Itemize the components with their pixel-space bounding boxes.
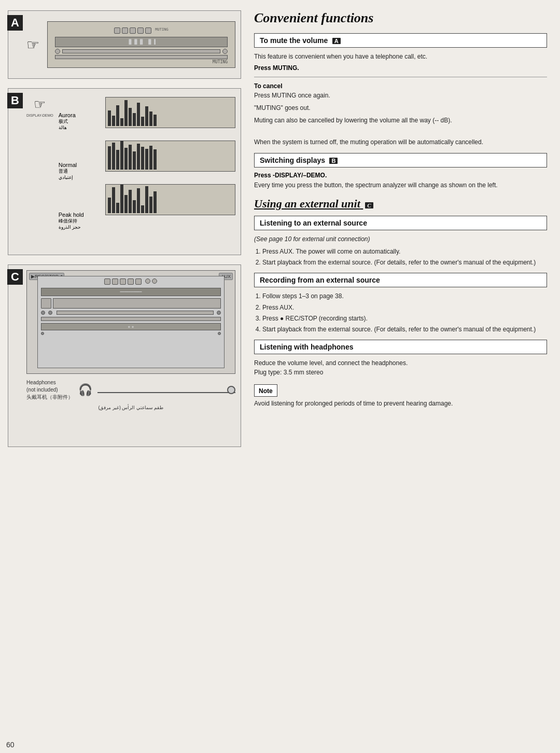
peak-hold-label: Peak hold 峰值保持 حجز الذروة bbox=[59, 211, 100, 231]
headphones-title: Listening with headphones bbox=[260, 343, 353, 351]
external-step-1: Press AUX. The power will come on automa… bbox=[262, 247, 547, 257]
headphones-arabic-label: طقم سماعتي الرأس (غير مرفق) bbox=[26, 404, 235, 411]
switching-body: Every time you press the button, the spe… bbox=[254, 180, 547, 190]
external-source-title: Listening to an external source bbox=[260, 219, 367, 227]
spectrum-peak-hold bbox=[105, 184, 235, 215]
using-external-title: Using an external unit C bbox=[254, 197, 547, 211]
right-panel: Convenient functions To mute the volume … bbox=[249, 0, 560, 753]
section-b: B ☞ DISPLAY-DEMO Aurora 极式 هالة Normal 普… bbox=[8, 88, 241, 255]
aurora-label: Aurora 极式 هالة bbox=[59, 111, 100, 131]
headphones-text: Headphones(not included)头戴耳机（非附件） bbox=[26, 379, 73, 401]
recording-step-3: Press ● REC/STOP (recording starts). bbox=[262, 314, 547, 324]
muting-label-display: MUTING bbox=[155, 27, 168, 34]
cancel-step-1: Press MUTING once again. bbox=[254, 91, 547, 100]
mute-section-box: To mute the volume A bbox=[254, 33, 547, 48]
spectrum-normal bbox=[105, 141, 235, 172]
section-b-label: B bbox=[7, 93, 23, 108]
section-a-label: A bbox=[7, 15, 23, 31]
display-panel-a: MUTING ▐▌▐▌▐▌ ▐▌▐ MUTING bbox=[47, 21, 235, 68]
using-badge: C bbox=[365, 202, 373, 208]
switching-title: Switching displays bbox=[260, 156, 325, 164]
headphones-body: Reduce the volume level, and connect the… bbox=[254, 358, 547, 377]
note-label: Note bbox=[259, 387, 273, 395]
section-c-label: C bbox=[7, 269, 23, 285]
external-step-2: Start playback from the external source.… bbox=[262, 258, 547, 268]
recording-step-4: Start playback from the external source.… bbox=[262, 325, 547, 334]
headphones-section-box: Listening with headphones bbox=[254, 340, 547, 354]
page-title: Convenient functions bbox=[254, 10, 547, 26]
note-box: Note bbox=[254, 384, 277, 397]
section-a: A ☞ MUTING ▐▌▐▌▐▌ ▐▌▐ bbox=[8, 10, 241, 79]
stereo-display-a: ▐▌▐▌▐▌ ▐▌▐ bbox=[55, 37, 228, 47]
cancel-step-2: "MUTING" goes out. bbox=[254, 103, 547, 113]
display-demo-label: DISPLAY-DEMO bbox=[26, 114, 53, 117]
recording-step-1: Follow steps 1–3 on page 38. bbox=[262, 291, 547, 301]
press-display-label: Press -DISPLAY/–DEMO. bbox=[254, 172, 547, 179]
mute-badge: A bbox=[332, 38, 341, 44]
note-body: Avoid listening for prolonged periods of… bbox=[254, 399, 547, 408]
stereo-drawing-c: ▶REC/STOP◀ AUX ━━━━━━━━━━ bbox=[26, 270, 235, 374]
switching-section-box: Switching displays B bbox=[254, 153, 547, 168]
cancel-title: To cancel bbox=[254, 82, 547, 90]
divider-1 bbox=[254, 77, 547, 77]
mute-body: This feature is convenient when you have… bbox=[254, 52, 547, 61]
auto-cancel-text: When the system is turned off, the mutin… bbox=[254, 137, 547, 147]
headphones-section-c: Headphones(not included)头戴耳机（非附件） 🎧 bbox=[26, 379, 235, 401]
external-source-steps: Press AUX. The power will come on automa… bbox=[254, 247, 547, 268]
section-c: C ▶REC/STOP◀ AUX ━━━━━━━━━━ bbox=[8, 264, 241, 447]
recording-step-2: Press AUX. bbox=[262, 303, 547, 313]
headphones-icon: 🎧 bbox=[78, 383, 92, 397]
recording-steps: Follow steps 1–3 on page 38. Press AUX. … bbox=[254, 291, 547, 334]
hand-press-b-icon: ☞ bbox=[34, 96, 46, 113]
mute-title: To mute the volume bbox=[260, 36, 328, 45]
external-source-box: Listening to an external source bbox=[254, 216, 547, 230]
press-muting-label: Press MUTING. bbox=[254, 64, 547, 72]
cancel-step-3: Muting can also be cancelled by lowering… bbox=[254, 116, 547, 125]
spectrum-aurora bbox=[105, 97, 235, 128]
switching-badge: B bbox=[329, 158, 338, 164]
muting-side-label: MUTING bbox=[52, 60, 231, 64]
see-page-note: (See page 10 for external unit connectio… bbox=[254, 234, 547, 244]
normal-label: Normal 普通 إعتيادي bbox=[59, 161, 100, 181]
recording-title: Recording from an external source bbox=[260, 276, 380, 284]
hand-press-icon: ☞ bbox=[26, 36, 39, 53]
page-number: 60 bbox=[6, 741, 15, 749]
recording-section-box: Recording from an external source bbox=[254, 273, 547, 287]
